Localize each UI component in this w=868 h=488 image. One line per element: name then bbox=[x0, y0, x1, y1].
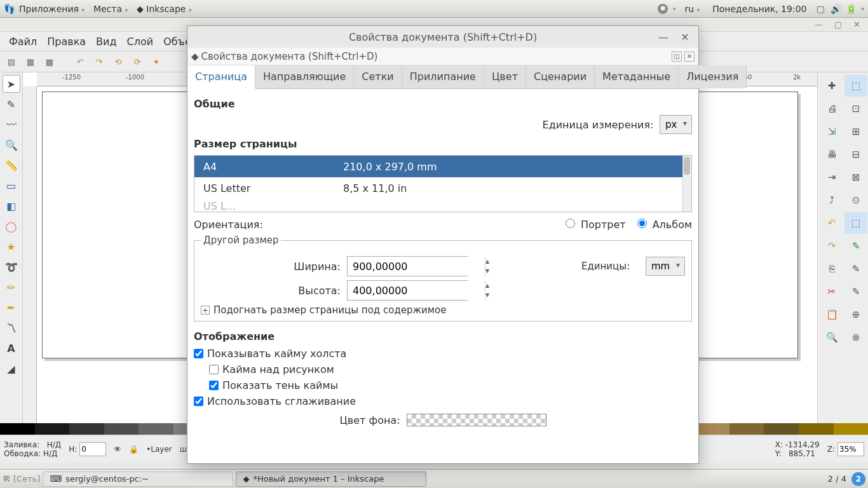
menu-layer[interactable]: Слой bbox=[123, 34, 158, 49]
menu-edit[interactable]: Правка bbox=[43, 34, 90, 49]
spiral-tool-icon[interactable]: ➰ bbox=[3, 258, 20, 276]
measure-tool-icon[interactable]: 📏 bbox=[3, 156, 20, 174]
close-button[interactable]: ✕ bbox=[853, 20, 860, 29]
applications-menu[interactable]: Приложения ▾ bbox=[15, 3, 88, 15]
places-menu[interactable]: Места ▾ bbox=[90, 3, 132, 15]
dialog-close-button[interactable]: ✕ bbox=[679, 31, 691, 43]
task-terminal[interactable]: ⌨sergiy@centos-pc:~ bbox=[43, 471, 233, 487]
dialog-minimize-button[interactable]: — bbox=[658, 31, 669, 43]
tool-icon[interactable]: ⟳ bbox=[130, 54, 145, 69]
spin-up-icon[interactable]: ▲ bbox=[485, 257, 489, 266]
app-menu-inkscape[interactable]: ◆ Inkscape ▾ bbox=[133, 3, 195, 15]
snap-icon[interactable]: ⊠ bbox=[844, 166, 867, 188]
notification-badge[interactable]: 2 bbox=[851, 472, 865, 486]
tool-open-icon[interactable]: ▦ bbox=[23, 54, 38, 69]
snap-icon[interactable]: ⊕ bbox=[844, 304, 867, 325]
tab-license[interactable]: Лицензия bbox=[679, 65, 747, 88]
snap-icon[interactable]: ⤴ bbox=[820, 189, 843, 211]
star-tool-icon[interactable]: ★ bbox=[3, 238, 20, 255]
rect-tool-icon[interactable]: ▭ bbox=[3, 177, 20, 194]
workspace-indicator[interactable]: 2 / 4 bbox=[828, 474, 846, 484]
spin-down-icon[interactable]: ▼ bbox=[485, 290, 489, 300]
zoom-input[interactable] bbox=[837, 442, 864, 456]
spin-up-icon[interactable]: ▲ bbox=[485, 281, 489, 290]
gradient-tool-icon[interactable]: ◢ bbox=[3, 360, 20, 377]
clock[interactable]: Понедельник, 19:00 bbox=[709, 3, 810, 15]
dock-close-icon[interactable]: ✕ bbox=[684, 51, 695, 62]
cut-icon[interactable]: ✂ bbox=[820, 281, 843, 302]
default-units-select[interactable]: px bbox=[660, 115, 692, 134]
tab-color[interactable]: Цвет bbox=[484, 65, 526, 88]
snap-icon[interactable]: ⊟ bbox=[844, 144, 867, 165]
3dbox-tool-icon[interactable]: ◧ bbox=[3, 197, 20, 215]
dialog-titlebar[interactable]: Свойства документа (Shift+Ctrl+D) — ✕ bbox=[187, 26, 698, 48]
snap-icon[interactable]: ⇥ bbox=[820, 166, 843, 188]
battery-icon[interactable]: 🔋 bbox=[846, 4, 856, 14]
background-color-swatch[interactable] bbox=[407, 414, 546, 426]
snap-icon[interactable]: ⇲ bbox=[820, 121, 843, 142]
volume-icon[interactable]: 🔊 bbox=[831, 4, 841, 14]
network-indicator[interactable]: [Сеть] bbox=[13, 474, 40, 484]
expand-plus-icon[interactable]: + bbox=[201, 306, 210, 315]
visibility-icon[interactable]: 👁 bbox=[114, 445, 121, 454]
snap-icon[interactable]: ✎ bbox=[844, 235, 867, 257]
snap-icon[interactable]: ⊗ bbox=[844, 327, 867, 348]
node-tool-icon[interactable]: ✎ bbox=[3, 95, 20, 113]
snap-icon[interactable]: ⬚ bbox=[844, 212, 867, 234]
snap-icon[interactable]: 🖶 bbox=[820, 144, 843, 165]
tab-metadata[interactable]: Метаданные bbox=[595, 65, 679, 88]
width-input[interactable] bbox=[348, 257, 485, 276]
tool-save-icon[interactable]: ▩ bbox=[42, 54, 57, 69]
layer-selector[interactable]: •Layer bbox=[146, 445, 172, 454]
tool-icon[interactable]: ✦ bbox=[149, 54, 164, 69]
fit-page-expander[interactable]: + Подогнать размер страницы под содержим… bbox=[201, 304, 685, 316]
pen-tool-icon[interactable]: ✒ bbox=[3, 299, 20, 316]
undo-icon[interactable]: ↶ bbox=[72, 54, 88, 69]
snap-icon[interactable]: ⊡ bbox=[844, 98, 867, 119]
fill-stroke-indicator[interactable]: Заливка: Н/Д Обводка: Н/Д bbox=[4, 440, 61, 458]
check-antialias[interactable]: Использовать сглаживание bbox=[194, 395, 692, 407]
size-row-a4[interactable]: A4210,0 x 297,0 mm bbox=[194, 156, 691, 177]
custom-units-select[interactable]: mm bbox=[646, 257, 685, 276]
paste-icon[interactable]: 📋 bbox=[820, 304, 843, 325]
menu-view[interactable]: Вид bbox=[92, 34, 120, 49]
height-input[interactable] bbox=[348, 281, 485, 300]
check-border-shadow[interactable]: Показать тень каймы bbox=[209, 379, 692, 391]
check-show-border[interactable]: Показывать кайму холста bbox=[194, 348, 692, 360]
tab-grids[interactable]: Сетки bbox=[354, 65, 402, 88]
height-spin[interactable]: ▲▼ bbox=[347, 280, 468, 301]
tray-tools-icon[interactable]: 🛠 bbox=[3, 474, 11, 484]
accessibility-icon[interactable]: ✱ bbox=[658, 4, 668, 14]
snap-icon[interactable]: ⬚ bbox=[844, 75, 867, 97]
tab-guides[interactable]: Направляющие bbox=[255, 65, 354, 88]
size-row-usletter[interactable]: US Letter8,5 x 11,0 in bbox=[194, 177, 691, 199]
check-border-on-top[interactable]: Кайма над рисунком bbox=[209, 363, 692, 376]
size-row-next[interactable]: US L... bbox=[194, 199, 691, 213]
snap-icon[interactable]: ✎ bbox=[844, 281, 867, 302]
snap-icon[interactable]: 🖨 bbox=[820, 98, 843, 119]
lock-icon[interactable]: 🔒 bbox=[129, 445, 139, 454]
orientation-landscape[interactable]: Альбом bbox=[637, 219, 692, 231]
calligraphy-tool-icon[interactable]: 〽 bbox=[3, 319, 20, 337]
ellipse-tool-icon[interactable]: ◯ bbox=[3, 217, 20, 235]
undo-icon[interactable]: ↶ bbox=[820, 212, 843, 234]
copy-icon[interactable]: ⎘ bbox=[820, 258, 843, 280]
task-inkscape[interactable]: ◆*Новый документ 1 – Inkscape bbox=[236, 471, 426, 487]
orientation-portrait[interactable]: Портрет bbox=[566, 219, 626, 231]
page-size-list[interactable]: A4210,0 x 297,0 mm US Letter8,5 x 11,0 i… bbox=[194, 155, 692, 212]
tab-snap[interactable]: Прилипание bbox=[402, 65, 484, 88]
redo-icon[interactable]: ↷ bbox=[820, 235, 843, 257]
text-tool-icon[interactable]: A bbox=[3, 339, 20, 357]
tab-scripts[interactable]: Сценарии bbox=[526, 65, 595, 88]
pencil-tool-icon[interactable]: ✏ bbox=[3, 278, 20, 296]
opacity-input[interactable] bbox=[79, 442, 106, 456]
zoom-tool-icon[interactable]: 🔍 bbox=[3, 136, 20, 154]
snap-icon[interactable]: ✎ bbox=[844, 258, 867, 280]
dock-detach-icon[interactable]: ◫ bbox=[672, 51, 682, 62]
snap-icon[interactable]: ⊞ bbox=[844, 121, 867, 142]
snap-icon[interactable]: ⊙ bbox=[844, 189, 867, 211]
keyboard-layout[interactable]: ru ▾ bbox=[681, 3, 704, 15]
width-spin[interactable]: ▲▼ bbox=[347, 256, 468, 276]
list-scrollbar[interactable] bbox=[682, 156, 691, 212]
screen-icon[interactable]: ▢ bbox=[815, 4, 825, 14]
